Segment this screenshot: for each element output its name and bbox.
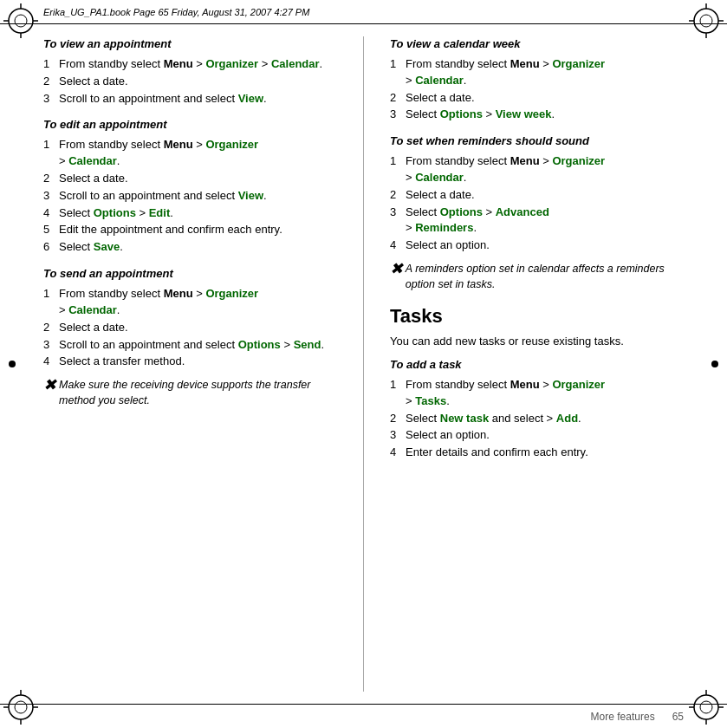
list-item: 1From standby select Menu > Organizer> C… <box>43 137 337 170</box>
list-item: 1From standby select Menu > Organizer > … <box>43 56 337 73</box>
section-title-set-reminders: To set when reminders should sound <box>390 133 684 150</box>
list-item: 4Select a transfer method. <box>43 354 337 370</box>
list-item: 2Select a date. <box>43 171 337 187</box>
section-add-task: To add a task 1From standby select Menu … <box>390 357 684 461</box>
steps-add-task: 1From standby select Menu > Organizer> T… <box>390 377 684 461</box>
section-title-view-calendar-week: To view a calendar week <box>390 36 684 53</box>
footer-label: More features <box>591 711 655 723</box>
list-item: 1From standby select Menu > Organizer> C… <box>390 153 684 186</box>
column-divider <box>363 36 364 692</box>
section-title-view-appointment: To view an appointment <box>43 36 337 53</box>
list-item: 2Select a date. <box>390 187 684 204</box>
section-edit-appointment: To edit an appointment 1From standby sel… <box>43 117 337 256</box>
right-column: To view a calendar week 1From standby se… <box>390 28 684 700</box>
header-text: Erika_UG_PA1.book Page 65 Friday, August… <box>43 7 309 17</box>
list-item: 4Select an option. <box>390 237 684 254</box>
steps-send-appointment: 1From standby select Menu > Organizer> C… <box>43 286 337 370</box>
list-item: 3Select Options > View week. <box>390 107 684 123</box>
list-item: 1From standby select Menu > Organizer> C… <box>390 56 684 89</box>
header-bar: Erika_UG_PA1.book Page 65 Friday, August… <box>0 0 727 24</box>
note-bullet-icon: ✖ <box>390 261 400 276</box>
section-view-calendar-week: To view a calendar week 1From standby se… <box>390 36 684 123</box>
side-marker-right <box>711 361 718 367</box>
list-item: 3Scroll to an appointment and select Vie… <box>43 91 337 107</box>
tasks-intro: You can add new tasks or reuse existing … <box>390 334 684 350</box>
section-title-add-task: To add a task <box>390 357 684 374</box>
list-item: 4Select Options > Edit. <box>43 205 337 222</box>
section-title-edit-appointment: To edit an appointment <box>43 117 337 133</box>
steps-set-reminders: 1From standby select Menu > Organizer> C… <box>390 153 684 254</box>
note-text: Make sure the receiving device supports … <box>59 377 337 408</box>
note-bullet-icon: ✖ <box>43 377 54 393</box>
list-item: 2Select a date. <box>43 74 337 90</box>
side-marker-left <box>9 361 16 367</box>
list-item: 3Select an option. <box>390 427 684 444</box>
steps-view-calendar-week: 1From standby select Menu > Organizer> C… <box>390 56 684 123</box>
section-title-send-appointment: To send an appointment <box>43 266 337 283</box>
section-view-appointment: To view an appointment 1From standby sel… <box>43 36 337 107</box>
list-item: 3Scroll to an appointment and select Vie… <box>43 188 337 205</box>
list-item: 5Edit the appointment and confirm each e… <box>43 222 337 238</box>
list-item: 1From standby select Menu > Organizer> T… <box>390 377 684 410</box>
list-item: 1From standby select Menu > Organizer> C… <box>43 286 337 319</box>
section-set-reminders: To set when reminders should sound 1From… <box>390 133 684 292</box>
steps-edit-appointment: 1From standby select Menu > Organizer> C… <box>43 137 337 256</box>
footer-bar: More features 65 <box>0 704 727 728</box>
list-item: 2Select a date. <box>390 90 684 107</box>
left-column: To view an appointment 1From standby sel… <box>43 28 337 700</box>
note-send-appointment: ✖ Make sure the receiving device support… <box>43 377 337 408</box>
list-item: 3Select Options > Advanced> Reminders. <box>390 205 684 237</box>
list-item: 3Scroll to an appointment and select Opt… <box>43 337 337 354</box>
section-send-appointment: To send an appointment 1From standby sel… <box>43 266 337 408</box>
steps-view-appointment: 1From standby select Menu > Organizer > … <box>43 56 337 107</box>
main-content: To view an appointment 1From standby sel… <box>43 28 684 700</box>
page-number: 65 <box>672 711 684 723</box>
note-text: A reminders option set in calendar affec… <box>406 261 684 292</box>
note-reminders: ✖ A reminders option set in calendar aff… <box>390 261 684 292</box>
list-item: 2Select a date. <box>43 320 337 336</box>
tasks-heading: Tasks <box>390 302 684 330</box>
section-tasks: Tasks You can add new tasks or reuse exi… <box>390 302 684 461</box>
list-item: 4Enter details and confirm each entry. <box>390 445 684 461</box>
list-item: 2Select New task and select > Add. <box>390 411 684 427</box>
list-item: 6Select Save. <box>43 239 337 256</box>
